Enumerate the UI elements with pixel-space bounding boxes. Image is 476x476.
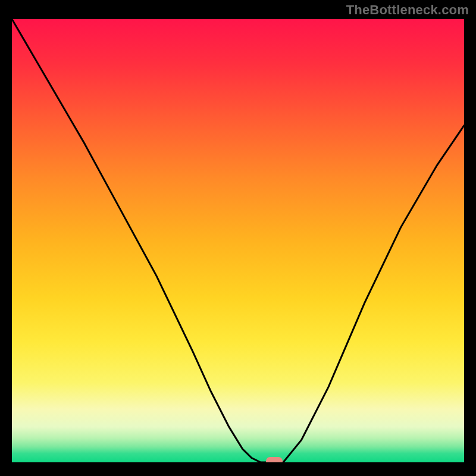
optimum-marker [266,457,283,462]
plot-area [12,19,464,462]
chart-frame: TheBottleneck.com [0,0,476,476]
watermark-text: TheBottleneck.com [346,2,469,18]
curve-path [12,19,464,462]
bottleneck-curve [12,19,464,462]
